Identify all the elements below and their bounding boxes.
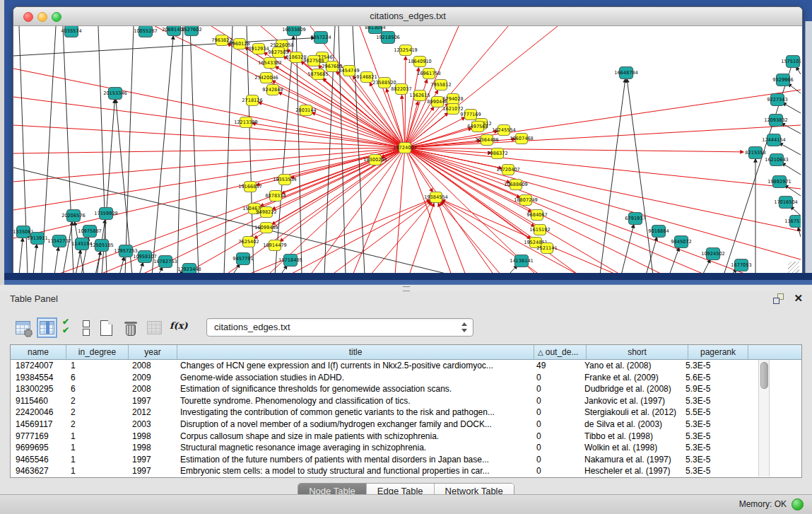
table-cell[interactable]: 5.3E-5 (681, 360, 740, 372)
network-view[interactable]: 1872400719384554183002957963822896012889… (13, 26, 801, 274)
table-cell[interactable]: 9463627 (11, 465, 66, 477)
table-cell[interactable]: 1997 (127, 454, 175, 466)
table-cell[interactable]: Nakamura et al. (1997) (579, 454, 681, 466)
table-cell[interactable]: 18300295 (11, 383, 66, 395)
table-cell[interactable]: 1998 (127, 442, 175, 454)
table-row[interactable]: 911546021997Tourette syndrome. Phenomeno… (11, 395, 801, 407)
table-cell[interactable]: Investigating the contribution of common… (175, 407, 531, 419)
graph-edge[interactable] (784, 185, 801, 196)
graph-edge[interactable] (798, 228, 801, 237)
table-cell[interactable]: 1 (66, 454, 127, 466)
table-cell[interactable]: 2 (66, 419, 127, 431)
graph-edge[interactable] (395, 148, 405, 274)
graph-edge[interactable] (370, 202, 432, 274)
table-cell[interactable]: Wolkin et al. (1998) (579, 442, 681, 454)
table-row[interactable]: 946554611997Estimation of the future num… (11, 454, 801, 466)
graph-edge[interactable] (63, 222, 72, 274)
column-header-pagerank[interactable]: pagerank (688, 345, 748, 359)
graph-edge[interactable] (440, 202, 501, 274)
column-header-title[interactable]: title (177, 345, 534, 359)
graph-edge[interactable] (724, 62, 793, 274)
close-panel-icon[interactable]: ✕ (794, 292, 803, 305)
table-cell[interactable]: 2 (66, 407, 127, 419)
table-cell[interactable]: 5.9E-5 (681, 383, 740, 395)
table-row[interactable]: 1872400712008Changes of HCN gene express… (11, 360, 801, 372)
graph-edge[interactable] (289, 200, 430, 274)
close-window-button[interactable] (23, 12, 33, 22)
table-cell[interactable]: 5.5E-5 (681, 407, 740, 419)
column-header-out-de-[interactable]: △out_de... (534, 345, 587, 359)
graph-edge[interactable] (788, 83, 801, 93)
graph-edge[interactable] (13, 125, 405, 148)
graph-edge[interactable] (405, 57, 406, 148)
table-row[interactable]: 977716911998Corpus callosum shape and si… (11, 431, 801, 443)
table-cell[interactable]: Tourette syndrome. Phenomenology and cla… (175, 395, 531, 407)
table-cell[interactable]: 1997 (127, 395, 175, 407)
graph-edge[interactable] (669, 247, 679, 274)
zoom-window-button[interactable] (52, 12, 61, 22)
table-cell[interactable]: 5.3E-5 (681, 431, 740, 443)
table-cell[interactable]: Hescheler et al. (1997) (579, 465, 681, 477)
table-cell[interactable]: 2012 (127, 407, 175, 419)
table-cell[interactable]: 6 (66, 372, 127, 384)
graph-edge[interactable] (405, 90, 801, 148)
table-cell[interactable]: Changes of HCN gene expression and I(f) … (175, 360, 531, 372)
graph-edge[interactable] (190, 26, 199, 274)
graph-edge[interactable] (782, 163, 801, 175)
graph-edge[interactable] (405, 125, 801, 148)
column-header-in-degree[interactable]: in_degree (66, 345, 129, 359)
graph-edge[interactable] (791, 206, 801, 216)
graph-edge[interactable] (125, 26, 134, 274)
table-row[interactable]: 1830029562008Estimation of significance … (11, 383, 801, 395)
table-cell[interactable]: 49 (531, 360, 579, 372)
table-cell[interactable]: 0 (531, 383, 579, 395)
table-cell[interactable]: 5.3E-5 (681, 454, 740, 466)
table-row[interactable]: 1938455462009Genome-wide association stu… (11, 372, 801, 384)
table-cell[interactable]: 18724007 (11, 360, 66, 372)
graph-edge[interactable] (779, 143, 801, 155)
column-header-year[interactable]: year (129, 345, 177, 359)
graph-edge[interactable] (13, 148, 405, 210)
minimize-window-button[interactable] (37, 12, 47, 22)
graph-edge[interactable] (621, 225, 634, 274)
table-cell[interactable]: 5.3E-5 (681, 419, 740, 431)
table-cell[interactable]: 2 (66, 395, 127, 407)
table-cell[interactable]: 19384554 (11, 372, 66, 384)
table-cell[interactable]: Tibbo et al. (1998) (579, 431, 681, 443)
table-cell[interactable]: 2009 (127, 372, 175, 384)
table-cell[interactable]: 0 (531, 465, 579, 477)
graph-edge[interactable] (272, 81, 405, 148)
network-graph[interactable]: 1872400719384554183002957963822896012889… (13, 26, 801, 274)
table-cell[interactable]: 9777169 (11, 431, 66, 443)
table-cell[interactable]: Jankovic et al. (1997) (579, 395, 681, 407)
table-cell[interactable]: Estimation of significance thresholds fo… (175, 383, 531, 395)
table-cell[interactable]: Embryonic stem cells: a model to study s… (175, 465, 531, 477)
graph-edge[interactable] (783, 103, 801, 113)
graph-edge[interactable] (627, 79, 653, 274)
table-cell[interactable]: 1 (66, 431, 127, 443)
table-cell[interactable]: 0 (531, 419, 579, 431)
table-cell[interactable]: 9465546 (11, 454, 66, 466)
table-cell[interactable]: de Silva et al. (2003) (579, 419, 681, 431)
float-panel-icon[interactable] (773, 293, 784, 304)
table-scrollbar-thumb[interactable] (760, 362, 768, 389)
graph-edge[interactable] (600, 79, 625, 274)
graph-edge[interactable] (331, 201, 431, 274)
table-cell[interactable]: 0 (531, 454, 579, 466)
graph-edge[interactable] (405, 148, 743, 152)
table-cell[interactable]: Disruption of a novel member of a sodium… (175, 419, 531, 431)
graph-edge[interactable] (438, 203, 466, 274)
graph-edge[interactable] (54, 247, 59, 274)
table-cell[interactable]: 9699695 (11, 442, 66, 454)
column-header-short[interactable]: short (587, 345, 688, 359)
row-height-icon[interactable] (81, 319, 91, 337)
graph-edge[interactable] (19, 238, 23, 274)
table-cell[interactable]: Yano et al. (2008) (579, 360, 681, 372)
table-scrollbar[interactable] (758, 360, 770, 477)
graph-edge[interactable] (252, 123, 405, 148)
table-select-dropdown[interactable]: citations_edges.txt (206, 318, 473, 337)
table-cell[interactable]: 0 (531, 395, 579, 407)
new-column-icon[interactable] (98, 319, 115, 337)
table-cell[interactable]: 0 (531, 431, 579, 443)
table-cell[interactable]: 0 (531, 407, 579, 419)
